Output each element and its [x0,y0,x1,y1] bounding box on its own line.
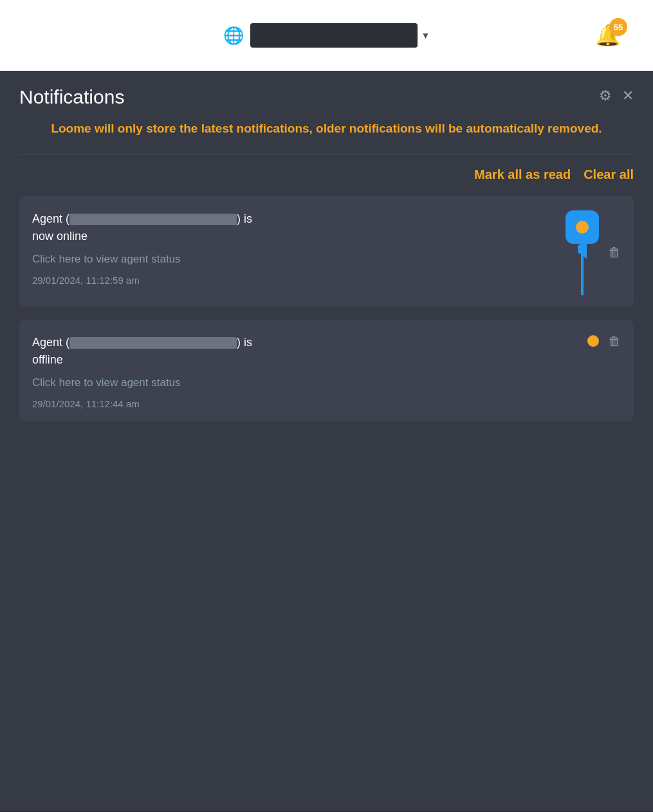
card-timestamp: 29/01/2024, 11:12:59 am [32,275,558,286]
card-content: Agent () is offline Click here to view a… [32,334,580,409]
blue-arrow-svg [578,244,587,295]
close-icon[interactable]: ✕ [622,88,634,104]
mark-all-read-button[interactable]: Mark all as read [474,165,571,185]
notifications-panel: Notifications ⚙ ✕ Loome will only store … [0,71,653,811]
panel-title: Notifications [19,86,124,108]
header: 🌐 ▼ 🔔 55 [0,0,653,71]
card-link[interactable]: Click here to view agent status [32,253,558,266]
unread-dot-highlighted[interactable] [566,210,599,244]
notification-count-badge: 55 [609,18,627,36]
dropdown-arrow-icon: ▼ [421,30,430,41]
card-actions: 🗑 [587,334,621,349]
divider [19,154,634,154]
notification-card: Agent () is offline Click here to view a… [19,320,634,421]
card-title: Agent () is now online [32,210,558,245]
card-link[interactable]: Click here to view agent status [32,376,580,389]
redacted-agent-name [69,214,237,225]
actions-bar: Mark all as read Clear all [19,165,634,185]
card-header-row: Agent () is offline Click here to view a… [32,334,621,409]
unread-dot-inner [576,221,589,234]
notification-bell-container[interactable]: 🔔 55 [595,23,621,48]
panel-icons: ⚙ ✕ [599,88,634,104]
card-actions: 🗑 [566,210,621,295]
gear-icon[interactable]: ⚙ [599,88,612,104]
globe-icon: 🌐 [223,26,244,46]
clear-all-button[interactable]: Clear all [584,165,634,185]
language-dropdown[interactable] [250,23,418,48]
unread-dot[interactable] [587,335,599,347]
header-center: 🌐 ▼ [223,23,430,48]
card-header-row: Agent () is now online Click here to vie… [32,210,621,295]
warning-message: Loome will only store the latest notific… [19,120,634,138]
card-title: Agent () is offline [32,334,580,369]
unread-indicator-highlighted [566,210,599,295]
delete-icon[interactable]: 🗑 [608,245,621,260]
redacted-agent-name [69,337,237,349]
card-content: Agent () is now online Click here to vie… [32,210,558,286]
card-timestamp: 29/01/2024, 11:12:44 am [32,398,580,409]
notification-card: Agent () is now online Click here to vie… [19,196,634,307]
panel-header: Notifications ⚙ ✕ [19,84,634,108]
delete-icon[interactable]: 🗑 [608,334,621,349]
